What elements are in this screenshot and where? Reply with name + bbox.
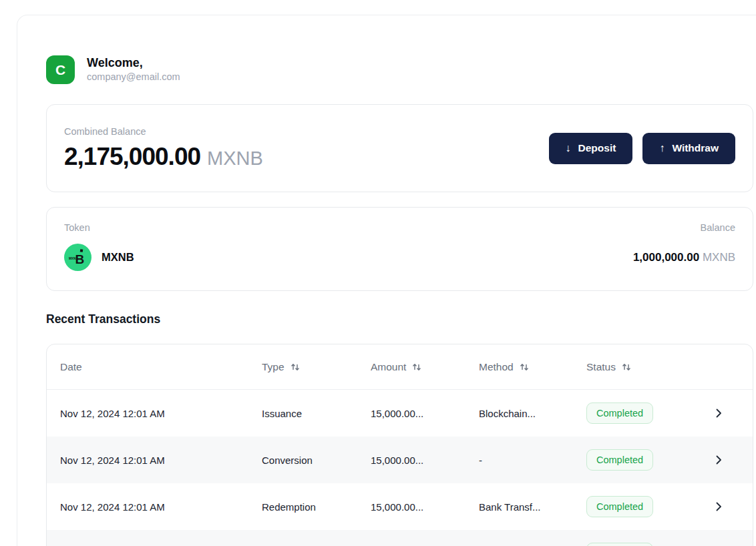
- sort-icon: [622, 362, 631, 372]
- token-list-item[interactable]: MXN B MXNB 1,000,000.00 MXNB: [64, 244, 735, 271]
- withdraw-button-label: Withdraw: [672, 142, 719, 154]
- recent-transactions-heading: Recent Transactions: [46, 312, 753, 326]
- column-header-amount[interactable]: Amount: [371, 361, 479, 373]
- status-badge: Completed: [586, 449, 653, 471]
- column-header-method[interactable]: Method: [479, 361, 586, 373]
- transaction-row[interactable]: Nov 12, 2024 12:01 AM Conversion 15,000.…: [47, 437, 753, 483]
- chevron-right-icon[interactable]: [713, 407, 725, 419]
- transaction-date: Nov 12, 2024 12:01 AM: [60, 455, 262, 466]
- token-card: Token Balance MXN B MXNB 1,000,000.00 MX…: [46, 207, 753, 291]
- balance-amount: 2,175,000.00: [64, 143, 200, 170]
- token-name: MXNB: [102, 251, 134, 264]
- transaction-method: Blockchain...: [479, 408, 586, 419]
- token-balance: 1,000,000.00 MXNB: [633, 251, 735, 264]
- transaction-date: Nov 12, 2024 12:01 AM: [60, 408, 262, 419]
- transaction-row[interactable]: Nov 12, 2024 12:01 AM Issuance 15,000.00…: [47, 390, 753, 437]
- transactions-body: Nov 12, 2024 12:01 AM Issuance 15,000.00…: [47, 390, 753, 546]
- mxnb-token-icon: MXN B: [64, 244, 91, 271]
- welcome-email: company@email.com: [87, 71, 180, 84]
- transaction-method: Bank Transf...: [479, 501, 586, 513]
- main-panel: C Welcome, company@email.com Combined Ba…: [17, 15, 756, 546]
- combined-balance-label: Combined Balance: [64, 126, 263, 137]
- column-header-type[interactable]: Type: [262, 361, 371, 373]
- arrow-up-icon: ↑: [659, 142, 665, 154]
- transaction-amount: 15,000.00...: [371, 408, 479, 419]
- combined-balance-card: Combined Balance 2,175,000.00MXNB ↓ Depo…: [46, 104, 753, 192]
- transaction-amount: 15,000.00...: [371, 455, 479, 466]
- transaction-type: Conversion: [262, 455, 371, 466]
- status-badge: Completed: [586, 402, 653, 424]
- status-badge: Completed: [586, 543, 653, 546]
- chevron-right-icon[interactable]: [713, 454, 725, 466]
- transaction-method: -: [479, 455, 586, 466]
- column-header-status[interactable]: Status: [586, 361, 707, 373]
- chevron-right-icon[interactable]: [713, 501, 725, 513]
- transaction-row[interactable]: Completed: [47, 530, 753, 546]
- status-badge: Completed: [586, 496, 653, 517]
- table-header: Date Type Amount Method Status: [47, 344, 753, 390]
- transaction-row[interactable]: Nov 12, 2024 12:01 AM Redemption 15,000.…: [47, 483, 753, 530]
- svg-text:B: B: [75, 252, 85, 266]
- withdraw-button[interactable]: ↑ Withdraw: [642, 133, 735, 164]
- deposit-button[interactable]: ↓ Deposit: [549, 133, 633, 164]
- sort-icon: [412, 362, 421, 372]
- token-column-header: Token: [64, 222, 90, 233]
- welcome-title: Welcome,: [87, 55, 180, 71]
- column-header-date: Date: [60, 361, 262, 373]
- transaction-type: Redemption: [262, 501, 371, 513]
- avatar: C: [46, 55, 75, 84]
- transaction-type: Issuance: [262, 408, 371, 419]
- transaction-date: Nov 12, 2024 12:01 AM: [60, 501, 262, 513]
- token-balance-currency: MXNB: [703, 251, 735, 264]
- sort-icon: [520, 362, 529, 372]
- welcome-header: C Welcome, company@email.com: [46, 55, 753, 84]
- arrow-down-icon: ↓: [566, 142, 571, 154]
- deposit-button-label: Deposit: [578, 142, 616, 154]
- transactions-table: Date Type Amount Method Status: [46, 344, 753, 546]
- balance-currency: MXNB: [207, 148, 263, 169]
- balance-column-header: Balance: [701, 222, 735, 233]
- combined-balance-value: 2,175,000.00MXNB: [64, 143, 263, 171]
- token-balance-amount: 1,000,000.00: [633, 251, 699, 264]
- sort-icon: [291, 362, 300, 372]
- transaction-amount: 15,000.00...: [371, 501, 479, 513]
